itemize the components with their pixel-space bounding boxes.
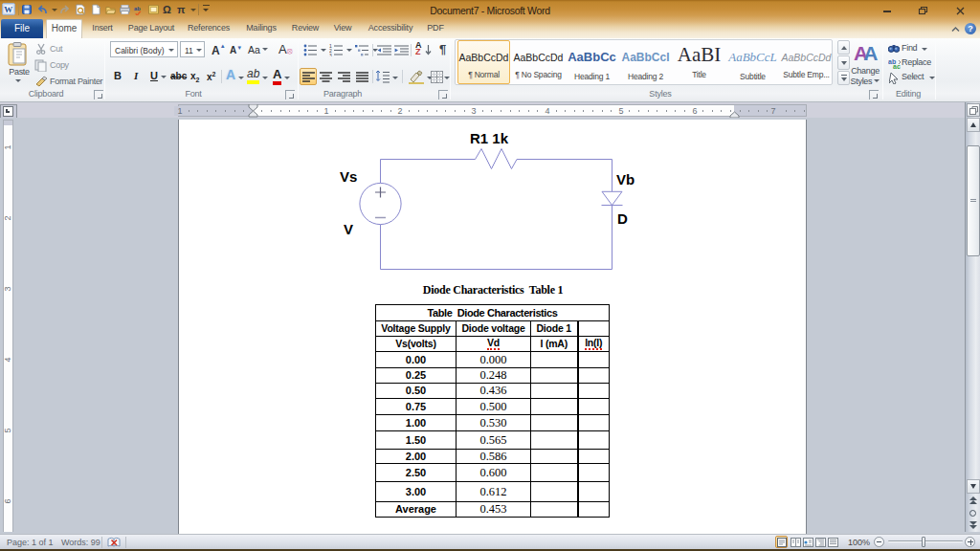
svg-text:3: 3 — [329, 53, 332, 57]
